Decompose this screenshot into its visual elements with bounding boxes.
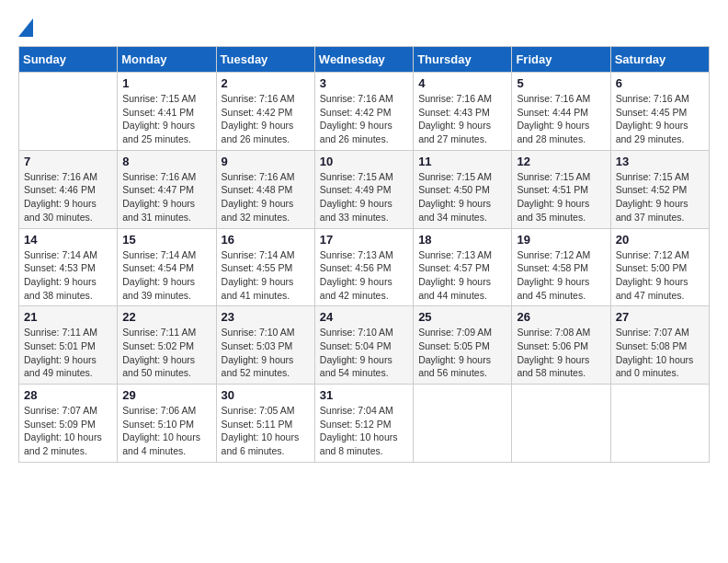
calendar-cell: 3Sunrise: 7:16 AMSunset: 4:42 PMDaylight… <box>314 73 413 151</box>
calendar-cell: 24Sunrise: 7:10 AMSunset: 5:04 PMDayligh… <box>314 306 413 385</box>
day-info: Sunrise: 7:15 AMSunset: 4:51 PMDaylight:… <box>517 170 605 224</box>
day-number: 16 <box>222 233 310 247</box>
weekday-header-row: SundayMondayTuesdayWednesdayThursdayFrid… <box>19 47 710 73</box>
weekday-header-saturday: Saturday <box>610 47 709 73</box>
day-info: Sunrise: 7:06 AMSunset: 5:10 PMDaylight:… <box>122 404 210 458</box>
week-row-5: 28Sunrise: 7:07 AMSunset: 5:09 PMDayligh… <box>19 385 710 463</box>
day-info: Sunrise: 7:14 AMSunset: 4:53 PMDaylight:… <box>24 248 112 303</box>
day-info: Sunrise: 7:15 AMSunset: 4:41 PMDaylight:… <box>122 92 210 146</box>
day-info: Sunrise: 7:08 AMSunset: 5:06 PMDaylight:… <box>517 326 605 380</box>
weekday-header-wednesday: Wednesday <box>314 47 413 73</box>
weekday-header-friday: Friday <box>512 47 610 73</box>
week-row-2: 7Sunrise: 7:16 AMSunset: 4:46 PMDaylight… <box>19 150 710 228</box>
day-number: 29 <box>122 388 210 402</box>
day-number: 24 <box>320 310 408 324</box>
day-info: Sunrise: 7:16 AMSunset: 4:42 PMDaylight:… <box>320 92 408 146</box>
calendar-cell: 9Sunrise: 7:16 AMSunset: 4:48 PMDaylight… <box>216 150 314 228</box>
day-info: Sunrise: 7:16 AMSunset: 4:42 PMDaylight:… <box>222 92 310 146</box>
day-number: 31 <box>320 388 408 402</box>
calendar-cell: 15Sunrise: 7:14 AMSunset: 4:54 PMDayligh… <box>118 228 216 306</box>
day-info: Sunrise: 7:07 AMSunset: 5:09 PMDaylight:… <box>24 404 112 458</box>
calendar-cell <box>19 73 118 151</box>
calendar-cell: 31Sunrise: 7:04 AMSunset: 5:12 PMDayligh… <box>314 385 413 463</box>
page-header <box>18 18 710 37</box>
calendar-cell: 23Sunrise: 7:10 AMSunset: 5:03 PMDayligh… <box>216 306 314 385</box>
day-info: Sunrise: 7:10 AMSunset: 5:04 PMDaylight:… <box>320 326 408 380</box>
day-number: 17 <box>320 233 408 247</box>
weekday-header-sunday: Sunday <box>19 47 118 73</box>
day-info: Sunrise: 7:16 AMSunset: 4:45 PMDaylight:… <box>616 92 704 146</box>
day-info: Sunrise: 7:16 AMSunset: 4:44 PMDaylight:… <box>517 92 605 146</box>
calendar-cell: 2Sunrise: 7:16 AMSunset: 4:42 PMDaylight… <box>216 73 314 151</box>
calendar-table: SundayMondayTuesdayWednesdayThursdayFrid… <box>18 46 710 463</box>
day-info: Sunrise: 7:14 AMSunset: 4:55 PMDaylight:… <box>222 248 310 303</box>
day-info: Sunrise: 7:13 AMSunset: 4:57 PMDaylight:… <box>418 248 506 303</box>
day-number: 12 <box>517 155 605 168</box>
day-info: Sunrise: 7:10 AMSunset: 5:03 PMDaylight:… <box>222 326 310 380</box>
calendar-cell: 1Sunrise: 7:15 AMSunset: 4:41 PMDaylight… <box>118 73 216 151</box>
calendar-cell: 19Sunrise: 7:12 AMSunset: 4:58 PMDayligh… <box>512 228 610 306</box>
day-info: Sunrise: 7:11 AMSunset: 5:01 PMDaylight:… <box>24 326 112 380</box>
calendar-cell: 27Sunrise: 7:07 AMSunset: 5:08 PMDayligh… <box>610 306 709 385</box>
day-number: 23 <box>222 310 310 324</box>
calendar-cell: 8Sunrise: 7:16 AMSunset: 4:47 PMDaylight… <box>118 150 216 228</box>
day-info: Sunrise: 7:04 AMSunset: 5:12 PMDaylight:… <box>320 404 408 458</box>
day-info: Sunrise: 7:09 AMSunset: 5:05 PMDaylight:… <box>418 326 506 380</box>
weekday-header-monday: Monday <box>118 47 216 73</box>
calendar-cell <box>512 385 610 463</box>
day-number: 19 <box>517 233 605 247</box>
day-number: 30 <box>222 388 310 402</box>
day-number: 28 <box>24 388 112 402</box>
calendar-cell: 7Sunrise: 7:16 AMSunset: 4:46 PMDaylight… <box>19 150 118 228</box>
day-info: Sunrise: 7:16 AMSunset: 4:48 PMDaylight:… <box>222 170 310 224</box>
day-info: Sunrise: 7:16 AMSunset: 4:47 PMDaylight:… <box>122 170 210 224</box>
calendar-cell: 14Sunrise: 7:14 AMSunset: 4:53 PMDayligh… <box>19 228 118 306</box>
day-number: 11 <box>418 155 506 168</box>
day-info: Sunrise: 7:16 AMSunset: 4:46 PMDaylight:… <box>24 170 112 224</box>
calendar-cell: 5Sunrise: 7:16 AMSunset: 4:44 PMDaylight… <box>512 73 610 151</box>
calendar-cell: 25Sunrise: 7:09 AMSunset: 5:05 PMDayligh… <box>414 306 512 385</box>
day-number: 27 <box>616 310 704 324</box>
day-number: 4 <box>418 76 506 90</box>
day-number: 21 <box>24 310 112 324</box>
day-number: 5 <box>517 76 605 90</box>
day-info: Sunrise: 7:05 AMSunset: 5:11 PMDaylight:… <box>222 404 310 458</box>
day-info: Sunrise: 7:15 AMSunset: 4:49 PMDaylight:… <box>320 170 408 224</box>
calendar-cell: 18Sunrise: 7:13 AMSunset: 4:57 PMDayligh… <box>414 228 512 306</box>
day-info: Sunrise: 7:16 AMSunset: 4:43 PMDaylight:… <box>418 92 506 146</box>
logo <box>18 18 37 37</box>
day-number: 15 <box>122 233 210 247</box>
calendar-cell: 20Sunrise: 7:12 AMSunset: 5:00 PMDayligh… <box>610 228 709 306</box>
week-row-4: 21Sunrise: 7:11 AMSunset: 5:01 PMDayligh… <box>19 306 710 385</box>
calendar-cell: 26Sunrise: 7:08 AMSunset: 5:06 PMDayligh… <box>512 306 610 385</box>
calendar-cell: 22Sunrise: 7:11 AMSunset: 5:02 PMDayligh… <box>118 306 216 385</box>
day-number: 10 <box>320 155 408 168</box>
calendar-cell: 16Sunrise: 7:14 AMSunset: 4:55 PMDayligh… <box>216 228 314 306</box>
day-number: 22 <box>122 310 210 324</box>
day-number: 6 <box>616 76 704 90</box>
calendar-cell: 11Sunrise: 7:15 AMSunset: 4:50 PMDayligh… <box>414 150 512 228</box>
calendar-cell <box>414 385 512 463</box>
day-number: 8 <box>122 155 210 168</box>
week-row-1: 1Sunrise: 7:15 AMSunset: 4:41 PMDaylight… <box>19 73 710 151</box>
day-info: Sunrise: 7:15 AMSunset: 4:52 PMDaylight:… <box>616 170 704 224</box>
day-number: 1 <box>122 76 210 90</box>
day-number: 18 <box>418 233 506 247</box>
calendar-cell: 4Sunrise: 7:16 AMSunset: 4:43 PMDaylight… <box>414 73 512 151</box>
calendar-cell: 6Sunrise: 7:16 AMSunset: 4:45 PMDaylight… <box>610 73 709 151</box>
day-info: Sunrise: 7:15 AMSunset: 4:50 PMDaylight:… <box>418 170 506 224</box>
day-number: 7 <box>24 155 112 168</box>
calendar-cell: 30Sunrise: 7:05 AMSunset: 5:11 PMDayligh… <box>216 385 314 463</box>
day-number: 14 <box>24 233 112 247</box>
weekday-header-tuesday: Tuesday <box>216 47 314 73</box>
day-info: Sunrise: 7:11 AMSunset: 5:02 PMDaylight:… <box>122 326 210 380</box>
day-info: Sunrise: 7:13 AMSunset: 4:56 PMDaylight:… <box>320 248 408 303</box>
day-number: 2 <box>222 76 310 90</box>
week-row-3: 14Sunrise: 7:14 AMSunset: 4:53 PMDayligh… <box>19 228 710 306</box>
day-info: Sunrise: 7:12 AMSunset: 4:58 PMDaylight:… <box>517 248 605 303</box>
day-info: Sunrise: 7:12 AMSunset: 5:00 PMDaylight:… <box>616 248 704 303</box>
day-number: 13 <box>616 155 704 168</box>
day-number: 20 <box>616 233 704 247</box>
calendar-cell: 10Sunrise: 7:15 AMSunset: 4:49 PMDayligh… <box>314 150 413 228</box>
day-info: Sunrise: 7:14 AMSunset: 4:54 PMDaylight:… <box>122 248 210 303</box>
